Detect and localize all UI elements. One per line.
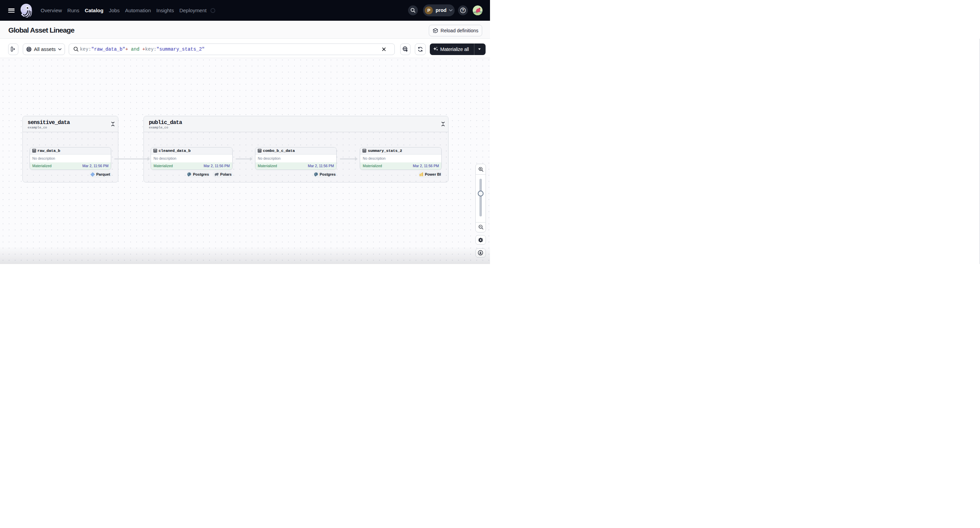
svg-text:?: ? (462, 8, 464, 12)
